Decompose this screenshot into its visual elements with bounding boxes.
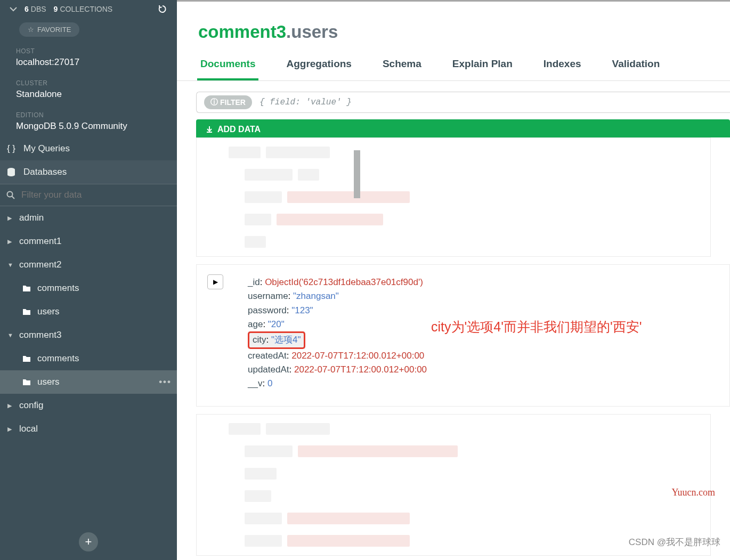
tree-label: users <box>37 306 60 317</box>
cluster-value: Standalone <box>16 89 161 100</box>
host-value: localhost:27017 <box>16 57 161 68</box>
tree-label: config <box>19 400 43 411</box>
more-icon[interactable]: ••• <box>159 377 172 387</box>
search-icon <box>6 191 15 199</box>
filter-badge-label: FILTER <box>220 98 246 107</box>
cluster-info: CLUSTER Standalone <box>0 73 177 105</box>
add-database-button[interactable]: + <box>79 532 98 551</box>
document-card: ▶ _id: ObjectId('62c713df1debaa37e01cf90… <box>196 264 730 407</box>
filter-query-input[interactable]: { field: 'value' } <box>259 98 352 107</box>
caret-down-icon: ▼ <box>7 332 14 338</box>
edition-info: EDITION MongoDB 5.0.9 Community <box>0 105 177 137</box>
tree-item-comment1[interactable]: ▶comment1 <box>0 230 177 253</box>
filter-badge[interactable]: ⓘ FILTER <box>204 95 252 109</box>
tree-label: comments <box>37 283 79 294</box>
scrollbar-thumb[interactable] <box>354 150 360 198</box>
tree-label: users <box>37 377 60 387</box>
expand-button[interactable]: ▶ <box>207 274 223 289</box>
tree-item-comment3-comments[interactable]: comments <box>0 347 177 370</box>
blurred-document-1 <box>196 137 711 257</box>
star-icon: ☆ <box>28 26 34 34</box>
watermark-csdn: CSDN @我不是胖球球 <box>629 536 720 548</box>
dbs-count: 6DBS <box>25 5 46 13</box>
tree-label: comments <box>37 353 79 364</box>
city-highlight-box: city: "选项4" <box>248 331 305 348</box>
host-info: HOST localhost:27017 <box>0 41 177 73</box>
tree-label: comment2 <box>19 259 61 270</box>
field-updatedat: updatedAt: 2022-07-07T17:12:00.012+00:00 <box>248 363 715 377</box>
tab-indexes[interactable]: Indexes <box>540 52 585 80</box>
chevron-down-icon[interactable] <box>10 6 17 12</box>
refresh-icon[interactable] <box>158 4 167 14</box>
nav-databases[interactable]: Databases <box>0 160 177 184</box>
filter-input[interactable] <box>21 190 171 200</box>
tree-item-comment3[interactable]: ▼comment3 <box>0 323 177 347</box>
download-icon <box>206 126 213 133</box>
collections-count: 9COLLECTIONS <box>54 5 113 13</box>
tree-item-comment2-comments[interactable]: comments <box>0 277 177 300</box>
caret-right-icon: ▶ <box>7 402 14 409</box>
braces-icon: { } <box>6 143 16 154</box>
collection-title: comment3.users <box>177 0 730 52</box>
caret-right-icon: ▶ <box>7 426 14 433</box>
favorite-label: FAVORITE <box>37 26 71 34</box>
sidebar: 6DBS 9COLLECTIONS ☆ FAVORITE HOST localh… <box>0 0 177 560</box>
nav-label: Databases <box>23 167 67 177</box>
edition-label: EDITION <box>16 111 161 119</box>
folder-icon <box>22 285 31 292</box>
tab-aggregations[interactable]: Aggregations <box>283 52 354 80</box>
host-label: HOST <box>16 47 161 55</box>
tree-label: comment3 <box>19 330 61 340</box>
tree-item-comment2-users[interactable]: users <box>0 300 177 323</box>
info-icon: ⓘ <box>210 98 218 107</box>
tab-explain-plan[interactable]: Explain Plan <box>449 52 516 80</box>
svg-line-2 <box>12 196 14 199</box>
tree-item-comment2[interactable]: ▼comment2 <box>0 253 177 277</box>
main-content: comment3.users Documents Aggregations Sc… <box>177 0 730 560</box>
add-data-button[interactable]: ADD DATA <box>196 119 730 137</box>
field-v: __v: 0 <box>248 377 715 391</box>
tree-item-config[interactable]: ▶config <box>0 394 177 417</box>
tree-label: comment1 <box>19 236 61 247</box>
title-coll: .users <box>286 22 338 42</box>
field-id: _id: ObjectId('62c713df1debaa37e01cf90d'… <box>248 275 715 289</box>
add-data-label: ADD DATA <box>217 125 261 134</box>
field-password: password: "123" <box>248 304 715 318</box>
database-tree: ▶admin ▶comment1 ▼comment2 comments user… <box>0 206 177 524</box>
database-icon <box>6 167 16 177</box>
blurred-document-2 <box>196 414 711 556</box>
field-createdat: createdAt: 2022-07-07T17:12:00.012+00:00 <box>248 349 715 363</box>
folder-icon <box>22 378 31 386</box>
tree-item-admin[interactable]: ▶admin <box>0 206 177 230</box>
title-db: comment3 <box>198 22 286 42</box>
tabs: Documents Aggregations Schema Explain Pl… <box>177 52 730 81</box>
caret-down-icon: ▼ <box>7 262 14 268</box>
nav-my-queries[interactable]: { } My Queries <box>0 137 177 160</box>
tab-schema[interactable]: Schema <box>379 52 425 80</box>
edition-value: MongoDB 5.0.9 Community <box>16 121 161 132</box>
nav-label: My Queries <box>23 143 70 154</box>
annotation-text: city为'选项4'而并非我们期望的'西安' <box>431 318 642 336</box>
caret-right-icon: ▶ <box>7 238 14 245</box>
caret-right-icon: ▶ <box>7 215 14 222</box>
favorite-button[interactable]: ☆ FAVORITE <box>19 22 79 37</box>
folder-icon <box>22 308 31 315</box>
tab-documents[interactable]: Documents <box>197 52 258 80</box>
field-city-row: city: "选项4" <box>248 331 305 348</box>
folder-icon <box>22 355 31 362</box>
sidebar-header: 6DBS 9COLLECTIONS <box>0 0 177 18</box>
tree-item-local[interactable]: ▶local <box>0 417 177 441</box>
filter-bar: ⓘ FILTER { field: 'value' } <box>196 92 730 113</box>
tree-label: admin <box>19 213 44 223</box>
tab-validation[interactable]: Validation <box>609 52 663 80</box>
cluster-label: CLUSTER <box>16 79 161 87</box>
field-username: username: "zhangsan" <box>248 289 715 303</box>
watermark-yuucn: Yuucn.com <box>672 487 715 498</box>
tree-label: local <box>19 424 38 434</box>
tree-item-comment3-users[interactable]: users••• <box>0 370 177 394</box>
filter-row <box>0 184 177 206</box>
